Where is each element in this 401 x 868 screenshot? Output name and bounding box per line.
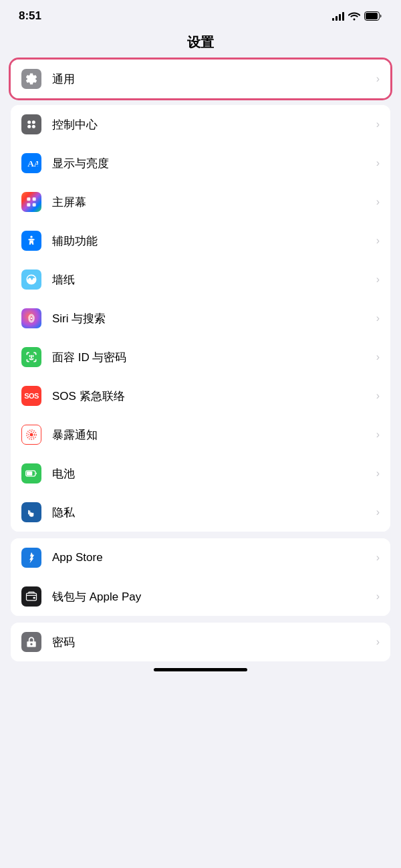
settings-item-general[interactable]: 通用 › xyxy=(11,60,390,98)
appstore-icon xyxy=(21,548,41,568)
status-time: 8:51 xyxy=(19,9,41,23)
battery-item-icon xyxy=(21,463,41,483)
general-chevron: › xyxy=(376,73,380,85)
wallpaper-label: 墙纸 xyxy=(52,272,371,288)
svg-point-16 xyxy=(30,433,33,437)
svg-rect-21 xyxy=(28,510,29,515)
privacy-label: 隐私 xyxy=(52,505,371,520)
general-icon xyxy=(21,69,41,89)
control-center-label: 控制中心 xyxy=(52,117,371,132)
svg-rect-8 xyxy=(33,197,36,201)
control-center-chevron: › xyxy=(376,118,380,130)
svg-rect-7 xyxy=(27,197,30,201)
faceid-icon xyxy=(21,347,41,367)
settings-item-homescreen[interactable]: 主屏幕 › xyxy=(11,183,390,221)
svg-rect-20 xyxy=(27,471,32,475)
general-label: 通用 xyxy=(52,72,371,87)
section-general: 通用 › xyxy=(11,60,390,98)
settings-item-privacy[interactable]: 隐私 › xyxy=(11,493,390,532)
battery-chevron: › xyxy=(376,467,380,479)
settings-item-wallet[interactable]: 钱包与 Apple Pay › xyxy=(11,577,390,616)
page-title: 设置 xyxy=(0,33,401,51)
svg-point-5 xyxy=(32,125,35,128)
svg-rect-22 xyxy=(27,593,37,601)
accessibility-chevron: › xyxy=(376,235,380,247)
passwords-label: 密码 xyxy=(52,635,371,650)
siri-chevron: › xyxy=(376,312,380,324)
sos-chevron: › xyxy=(376,390,380,402)
homescreen-label: 主屏幕 xyxy=(52,195,371,210)
settings-item-accessibility[interactable]: 辅助功能 › xyxy=(11,221,390,260)
svg-point-14 xyxy=(31,318,33,320)
settings-item-exposure[interactable]: 暴露通知 › xyxy=(11,415,390,454)
signal-icon xyxy=(332,11,344,21)
appstore-chevron: › xyxy=(376,552,380,564)
wallet-label: 钱包与 Apple Pay xyxy=(52,589,371,605)
display-chevron: › xyxy=(376,157,380,169)
status-bar: 8:51 xyxy=(0,0,401,28)
svg-point-2 xyxy=(27,120,31,124)
wifi-icon xyxy=(348,11,360,21)
control-center-icon xyxy=(21,114,41,134)
display-icon: AA xyxy=(21,153,41,173)
siri-label: Siri 与搜索 xyxy=(52,311,371,326)
page-title-container: 设置 xyxy=(0,28,401,60)
settings-item-sos[interactable]: SOS SOS 紧急联络 › xyxy=(11,376,390,415)
svg-point-3 xyxy=(32,120,35,124)
battery-icon xyxy=(364,11,382,21)
section-passwords: 密码 › xyxy=(11,623,390,661)
home-indicator xyxy=(154,668,247,671)
settings-item-passwords[interactable]: 密码 › xyxy=(11,623,390,661)
privacy-icon xyxy=(21,502,41,522)
accessibility-label: 辅助功能 xyxy=(52,233,371,249)
sos-icon: SOS xyxy=(21,386,41,406)
wallpaper-chevron: › xyxy=(376,274,380,286)
wallet-icon xyxy=(21,586,41,607)
wallet-chevron: › xyxy=(376,590,380,603)
accessibility-icon xyxy=(21,231,41,251)
section-display: 控制中心 › AA 显示与亮度 › 主屏幕 › xyxy=(11,105,390,532)
sos-label: SOS 紧急联络 xyxy=(52,389,371,404)
wallpaper-icon xyxy=(21,269,41,290)
faceid-chevron: › xyxy=(376,351,380,363)
settings-item-battery[interactable]: 电池 › xyxy=(11,454,390,493)
section-store: App Store › 钱包与 Apple Pay › xyxy=(11,538,390,616)
svg-rect-10 xyxy=(33,203,36,207)
settings-item-wallpaper[interactable]: 墙纸 › xyxy=(11,260,390,299)
settings-item-control-center[interactable]: 控制中心 › xyxy=(11,105,390,144)
settings-item-display[interactable]: AA 显示与亮度 › xyxy=(11,144,390,183)
homescreen-icon xyxy=(21,192,41,212)
exposure-label: 暴露通知 xyxy=(52,427,371,443)
homescreen-chevron: › xyxy=(376,196,380,208)
settings-item-siri[interactable]: Siri 与搜索 › xyxy=(11,299,390,338)
display-label: 显示与亮度 xyxy=(52,156,371,171)
svg-rect-23 xyxy=(33,597,35,599)
svg-rect-1 xyxy=(366,13,378,19)
passwords-icon xyxy=(21,632,41,652)
exposure-icon xyxy=(21,425,41,445)
faceid-label: 面容 ID 与密码 xyxy=(52,350,371,365)
sos-text: SOS xyxy=(24,392,39,400)
passwords-chevron: › xyxy=(376,636,380,648)
status-icons xyxy=(332,11,382,21)
svg-point-11 xyxy=(30,236,32,238)
svg-point-4 xyxy=(27,125,31,128)
battery-label: 电池 xyxy=(52,466,371,481)
privacy-chevron: › xyxy=(376,506,380,518)
appstore-label: App Store xyxy=(52,551,371,564)
siri-icon xyxy=(21,308,41,328)
svg-rect-9 xyxy=(27,203,30,207)
exposure-chevron: › xyxy=(376,429,380,441)
settings-item-appstore[interactable]: App Store › xyxy=(11,538,390,577)
svg-text:AA: AA xyxy=(27,158,38,169)
settings-item-faceid[interactable]: 面容 ID 与密码 › xyxy=(11,338,390,376)
